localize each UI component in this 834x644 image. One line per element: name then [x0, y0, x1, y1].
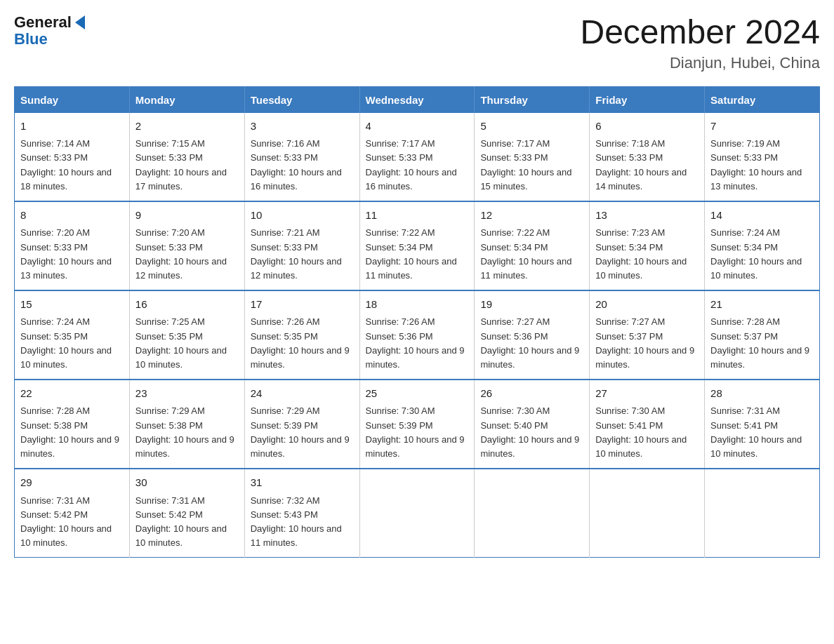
day-info: Sunrise: 7:30 AMSunset: 5:40 PMDaylight:… — [480, 405, 579, 458]
logo-triangle-icon — [75, 15, 85, 29]
calendar-cell: 27Sunrise: 7:30 AMSunset: 5:41 PMDayligh… — [590, 380, 705, 469]
day-number: 30 — [135, 475, 239, 491]
day-info: Sunrise: 7:20 AMSunset: 5:33 PMDaylight:… — [20, 227, 112, 280]
day-info: Sunrise: 7:31 AMSunset: 5:42 PMDaylight:… — [20, 495, 112, 548]
calendar-cell — [705, 469, 820, 558]
calendar-cell: 12Sunrise: 7:22 AMSunset: 5:34 PMDayligh… — [475, 201, 590, 290]
header-thursday: Thursday — [475, 86, 590, 113]
calendar-cell: 24Sunrise: 7:29 AMSunset: 5:39 PMDayligh… — [244, 380, 359, 469]
day-number: 25 — [366, 386, 469, 402]
day-info: Sunrise: 7:30 AMSunset: 5:39 PMDaylight:… — [366, 405, 465, 458]
calendar-cell: 4Sunrise: 7:17 AMSunset: 5:33 PMDaylight… — [359, 113, 475, 201]
calendar-cell: 18Sunrise: 7:26 AMSunset: 5:36 PMDayligh… — [359, 290, 475, 380]
day-info: Sunrise: 7:29 AMSunset: 5:39 PMDaylight:… — [251, 405, 350, 458]
calendar-cell: 23Sunrise: 7:29 AMSunset: 5:38 PMDayligh… — [129, 380, 244, 469]
logo: General Blue — [14, 14, 87, 48]
day-number: 23 — [135, 386, 239, 402]
day-number: 27 — [595, 386, 699, 402]
calendar-cell — [475, 469, 590, 558]
calendar-cell: 21Sunrise: 7:28 AMSunset: 5:37 PMDayligh… — [705, 290, 820, 380]
day-info: Sunrise: 7:17 AMSunset: 5:33 PMDaylight:… — [366, 138, 457, 191]
header-monday: Monday — [129, 86, 244, 113]
day-info: Sunrise: 7:15 AMSunset: 5:33 PMDaylight:… — [135, 138, 227, 191]
day-number: 6 — [595, 119, 699, 135]
calendar-week-row: 29Sunrise: 7:31 AMSunset: 5:42 PMDayligh… — [15, 469, 820, 558]
day-number: 12 — [480, 208, 583, 224]
calendar-cell: 5Sunrise: 7:17 AMSunset: 5:33 PMDaylight… — [475, 113, 590, 201]
day-info: Sunrise: 7:23 AMSunset: 5:34 PMDaylight:… — [595, 227, 687, 280]
calendar-cell: 28Sunrise: 7:31 AMSunset: 5:41 PMDayligh… — [705, 380, 820, 469]
day-number: 14 — [710, 208, 814, 224]
calendar-week-row: 8Sunrise: 7:20 AMSunset: 5:33 PMDaylight… — [15, 201, 820, 290]
calendar-cell: 8Sunrise: 7:20 AMSunset: 5:33 PMDaylight… — [15, 201, 130, 290]
calendar-cell: 19Sunrise: 7:27 AMSunset: 5:36 PMDayligh… — [475, 290, 590, 380]
day-number: 1 — [20, 119, 124, 135]
day-number: 2 — [135, 119, 239, 135]
day-number: 29 — [20, 475, 124, 491]
day-info: Sunrise: 7:28 AMSunset: 5:37 PMDaylight:… — [710, 316, 809, 369]
calendar-cell — [590, 469, 705, 558]
day-info: Sunrise: 7:26 AMSunset: 5:36 PMDaylight:… — [366, 316, 465, 369]
day-info: Sunrise: 7:27 AMSunset: 5:37 PMDaylight:… — [595, 316, 694, 369]
day-info: Sunrise: 7:14 AMSunset: 5:33 PMDaylight:… — [20, 138, 112, 191]
day-number: 31 — [251, 475, 354, 491]
day-info: Sunrise: 7:21 AMSunset: 5:33 PMDaylight:… — [251, 227, 342, 280]
day-info: Sunrise: 7:28 AMSunset: 5:38 PMDaylight:… — [20, 405, 119, 458]
day-number: 22 — [20, 386, 124, 402]
day-number: 20 — [595, 297, 699, 313]
day-number: 3 — [251, 119, 354, 135]
day-number: 13 — [595, 208, 699, 224]
calendar-cell: 26Sunrise: 7:30 AMSunset: 5:40 PMDayligh… — [475, 380, 590, 469]
day-info: Sunrise: 7:20 AMSunset: 5:33 PMDaylight:… — [135, 227, 227, 280]
calendar-cell: 31Sunrise: 7:32 AMSunset: 5:43 PMDayligh… — [244, 469, 359, 558]
calendar-cell: 11Sunrise: 7:22 AMSunset: 5:34 PMDayligh… — [359, 201, 475, 290]
day-number: 16 — [135, 297, 239, 313]
day-info: Sunrise: 7:29 AMSunset: 5:38 PMDaylight:… — [135, 405, 234, 458]
calendar-cell: 20Sunrise: 7:27 AMSunset: 5:37 PMDayligh… — [590, 290, 705, 380]
calendar-cell: 3Sunrise: 7:16 AMSunset: 5:33 PMDaylight… — [244, 113, 359, 201]
header-tuesday: Tuesday — [244, 86, 359, 113]
day-number: 21 — [710, 297, 814, 313]
day-info: Sunrise: 7:19 AMSunset: 5:33 PMDaylight:… — [710, 138, 802, 191]
calendar-cell: 29Sunrise: 7:31 AMSunset: 5:42 PMDayligh… — [15, 469, 130, 558]
calendar-cell: 1Sunrise: 7:14 AMSunset: 5:33 PMDaylight… — [15, 113, 130, 201]
calendar-week-row: 22Sunrise: 7:28 AMSunset: 5:38 PMDayligh… — [15, 380, 820, 469]
location-title: Dianjun, Hubei, China — [580, 54, 820, 72]
calendar-cell: 25Sunrise: 7:30 AMSunset: 5:39 PMDayligh… — [359, 380, 475, 469]
title-block: December 2024 Dianjun, Hubei, China — [580, 14, 820, 72]
calendar-cell: 9Sunrise: 7:20 AMSunset: 5:33 PMDaylight… — [129, 201, 244, 290]
logo-blue-text: Blue — [14, 31, 48, 48]
calendar-cell: 30Sunrise: 7:31 AMSunset: 5:42 PMDayligh… — [129, 469, 244, 558]
day-number: 11 — [366, 208, 469, 224]
day-info: Sunrise: 7:31 AMSunset: 5:42 PMDaylight:… — [135, 495, 227, 548]
day-number: 5 — [480, 119, 583, 135]
day-info: Sunrise: 7:18 AMSunset: 5:33 PMDaylight:… — [595, 138, 687, 191]
calendar-cell: 15Sunrise: 7:24 AMSunset: 5:35 PMDayligh… — [15, 290, 130, 380]
calendar-table: SundayMondayTuesdayWednesdayThursdayFrid… — [14, 86, 820, 558]
day-number: 28 — [710, 386, 814, 402]
calendar-week-row: 1Sunrise: 7:14 AMSunset: 5:33 PMDaylight… — [15, 113, 820, 201]
day-number: 19 — [480, 297, 583, 313]
day-number: 8 — [20, 208, 124, 224]
calendar-cell — [359, 469, 475, 558]
calendar-week-row: 15Sunrise: 7:24 AMSunset: 5:35 PMDayligh… — [15, 290, 820, 380]
calendar-cell: 13Sunrise: 7:23 AMSunset: 5:34 PMDayligh… — [590, 201, 705, 290]
calendar-cell: 7Sunrise: 7:19 AMSunset: 5:33 PMDaylight… — [705, 113, 820, 201]
calendar-cell: 10Sunrise: 7:21 AMSunset: 5:33 PMDayligh… — [244, 201, 359, 290]
day-info: Sunrise: 7:24 AMSunset: 5:35 PMDaylight:… — [20, 316, 112, 369]
logo-general-text: General — [14, 14, 72, 31]
day-number: 9 — [135, 208, 239, 224]
header-saturday: Saturday — [705, 86, 820, 113]
calendar-header-row: SundayMondayTuesdayWednesdayThursdayFrid… — [15, 86, 820, 113]
header-friday: Friday — [590, 86, 705, 113]
day-info: Sunrise: 7:24 AMSunset: 5:34 PMDaylight:… — [710, 227, 802, 280]
day-info: Sunrise: 7:17 AMSunset: 5:33 PMDaylight:… — [480, 138, 571, 191]
header-wednesday: Wednesday — [359, 86, 475, 113]
day-number: 10 — [251, 208, 354, 224]
day-info: Sunrise: 7:25 AMSunset: 5:35 PMDaylight:… — [135, 316, 227, 369]
day-number: 24 — [251, 386, 354, 402]
day-info: Sunrise: 7:26 AMSunset: 5:35 PMDaylight:… — [251, 316, 350, 369]
day-info: Sunrise: 7:30 AMSunset: 5:41 PMDaylight:… — [595, 405, 687, 458]
day-number: 17 — [251, 297, 354, 313]
day-info: Sunrise: 7:32 AMSunset: 5:43 PMDaylight:… — [251, 495, 342, 548]
